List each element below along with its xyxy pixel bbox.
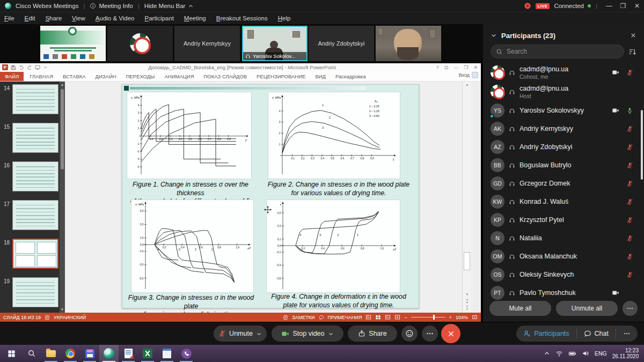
viber-button[interactable] bbox=[180, 348, 192, 359]
search-input[interactable]: Search bbox=[491, 45, 624, 58]
zoom-level[interactable]: 104% bbox=[456, 315, 468, 320]
save-app-button[interactable] bbox=[84, 348, 96, 359]
battery-icon[interactable] bbox=[568, 350, 576, 358]
webex-taskbar-button[interactable] bbox=[103, 348, 115, 359]
previous-slide-button[interactable]: ▲▲ bbox=[463, 298, 471, 304]
video-tile-cadmd-logo-card[interactable] bbox=[40, 26, 106, 61]
menu-item-edit[interactable]: Edit bbox=[25, 15, 35, 21]
unmute-all-button[interactable]: Unmute all bbox=[556, 301, 618, 316]
keyboard-language[interactable]: ENG bbox=[595, 350, 607, 357]
menu-item-breakout-sessions[interactable]: Breakout Sessions bbox=[216, 15, 268, 21]
language-indicator[interactable]: УКРАИНСКИЙ bbox=[54, 315, 86, 320]
participant-row[interactable]: KPKrzysztof Pytel bbox=[483, 211, 644, 229]
participants-toggle-button[interactable]: Participants bbox=[516, 329, 576, 338]
participant-row[interactable]: PTPavlo Tymoshchuk bbox=[483, 284, 644, 302]
ribbon-tab-3[interactable]: ВСТАВКА bbox=[58, 72, 91, 81]
collapse-panel-icon[interactable] bbox=[491, 32, 497, 39]
leave-meeting-button[interactable] bbox=[441, 324, 460, 343]
mute-all-button[interactable]: Mute all bbox=[489, 301, 551, 316]
notes-icon[interactable] bbox=[283, 315, 288, 320]
more-controls-button[interactable] bbox=[422, 326, 438, 342]
zoom-out-button[interactable]: − bbox=[404, 315, 407, 320]
video-tile-active-speaker[interactable]: Yaroslsv Sokolov... bbox=[242, 26, 308, 61]
more-participant-options-button[interactable] bbox=[623, 301, 638, 316]
save-icon[interactable] bbox=[11, 65, 16, 70]
wifi-icon[interactable] bbox=[555, 350, 563, 357]
participant-row[interactable]: YSYaroslsv Sokolovskyy bbox=[483, 101, 644, 120]
chevron-down-icon[interactable] bbox=[328, 331, 334, 337]
participant-row[interactable]: AZAndriy Zdobytskyi bbox=[483, 138, 644, 156]
participant-row[interactable]: KWKonrad J. Waluś bbox=[483, 193, 644, 211]
chat-toggle-button[interactable]: Chat bbox=[576, 329, 616, 338]
video-tile-andriy-zdobytskyi[interactable]: Andriy Zdobytskyi bbox=[309, 26, 374, 61]
excel-button[interactable] bbox=[142, 348, 153, 359]
menu-item-audio-video[interactable]: Audio & Video bbox=[96, 15, 135, 21]
participant-row[interactable]: cadmd@lpnu.uaHost bbox=[483, 82, 644, 101]
thumbnail[interactable] bbox=[12, 84, 58, 114]
unmute-button[interactable]: Unmute bbox=[214, 326, 267, 342]
ribbon-tab-8[interactable]: РЕЦЕНЗИРОВАНИЕ bbox=[252, 72, 310, 81]
participant-row[interactable]: BBBoguslaw Butrylo bbox=[483, 156, 644, 174]
scroll-down-arrow[interactable]: ▼ bbox=[463, 292, 471, 298]
sort-participants-icon[interactable] bbox=[628, 48, 636, 56]
zoom-slider[interactable] bbox=[411, 317, 445, 317]
participant-row[interactable]: OMOksana Malanchuk bbox=[483, 247, 644, 265]
sign-in-label[interactable]: Вход bbox=[459, 72, 470, 78]
participants-scrollbar[interactable] bbox=[641, 110, 643, 180]
minimize-button[interactable]: — bbox=[602, 2, 616, 10]
comments-toggle[interactable]: ПРИМЕЧАНИЯ bbox=[328, 315, 362, 320]
record-indicator-icon[interactable] bbox=[524, 2, 531, 10]
ribbon-tab-4[interactable]: ДИЗАЙН bbox=[91, 72, 121, 81]
participant-row[interactable]: AKAndriy Kernytskyy bbox=[483, 120, 644, 138]
notes-app-button[interactable] bbox=[161, 348, 173, 359]
customize-qat-icon[interactable] bbox=[43, 65, 48, 70]
video-tile-conference-logo[interactable] bbox=[107, 26, 173, 61]
zoom-slider-thumb[interactable] bbox=[433, 315, 435, 320]
start-button[interactable] bbox=[5, 348, 17, 359]
chevron-down-icon[interactable] bbox=[256, 331, 262, 337]
scrollbar-thumb[interactable] bbox=[464, 252, 470, 270]
participant-row[interactable]: OSOleksiy Sinkevych bbox=[483, 265, 644, 284]
menu-item-view[interactable]: View bbox=[72, 15, 85, 21]
document-app-button[interactable] bbox=[122, 348, 134, 359]
thumbnail[interactable] bbox=[12, 161, 58, 191]
menu-item-meeting[interactable]: Meeting bbox=[184, 15, 206, 21]
participant-row[interactable]: cadmd@lpnu.uaCohost, me bbox=[483, 63, 644, 82]
comments-icon[interactable] bbox=[319, 315, 324, 320]
slideshow-view-icon[interactable] bbox=[394, 314, 400, 320]
thumbnail-selected[interactable] bbox=[12, 239, 58, 269]
scrollbar-thumb[interactable] bbox=[61, 89, 64, 169]
participant-row[interactable]: GDGrzegorz Domek bbox=[483, 174, 644, 193]
ppt-close-button[interactable]: ✕ bbox=[473, 65, 478, 70]
ribbon-tab-9[interactable]: ВИД bbox=[310, 72, 331, 81]
normal-view-icon[interactable] bbox=[365, 314, 371, 320]
ribbon-tab-7[interactable]: ПОКАЗ СЛАЙДОВ bbox=[199, 72, 252, 81]
stop-video-button[interactable]: Stop video bbox=[272, 326, 343, 342]
thumbnail[interactable] bbox=[12, 277, 58, 307]
start-slideshow-icon[interactable] bbox=[35, 65, 40, 70]
ppt-restore-button[interactable]: ❐ bbox=[464, 65, 468, 70]
sign-in-area[interactable]: Вход bbox=[459, 72, 478, 78]
reactions-button[interactable] bbox=[401, 326, 418, 342]
thumbnail[interactable] bbox=[12, 123, 58, 153]
video-tile-portrait[interactable] bbox=[376, 26, 441, 61]
maximize-button[interactable]: ❐ bbox=[616, 2, 630, 10]
video-tile-andriy-kernytskyy[interactable]: Andriy Kernytskyy bbox=[174, 26, 240, 61]
slide-sorter-view-icon[interactable] bbox=[375, 314, 381, 320]
speaker-icon[interactable] bbox=[582, 350, 589, 357]
taskbar-clock[interactable]: 12:23 26.11.2020 bbox=[612, 348, 639, 359]
chrome-button[interactable] bbox=[64, 348, 76, 359]
redo-icon[interactable] bbox=[27, 65, 32, 70]
thumbnail-scrollbar[interactable]: ▲▼ bbox=[60, 82, 65, 313]
ribbon-tab-10[interactable]: Раскадровка bbox=[331, 72, 371, 81]
ppt-minimize-button[interactable]: — bbox=[453, 65, 458, 70]
menu-item-help[interactable]: Help bbox=[278, 15, 291, 21]
reading-view-icon[interactable] bbox=[385, 314, 391, 320]
next-slide-button[interactable]: ▼▼ bbox=[463, 305, 471, 311]
file-explorer-button[interactable] bbox=[45, 348, 57, 359]
ribbon-tab-6[interactable]: АНИМАЦИЯ bbox=[160, 72, 199, 81]
share-button[interactable]: Share bbox=[348, 326, 397, 342]
meeting-info-button[interactable]: Meeting Info bbox=[99, 3, 133, 9]
close-panel-icon[interactable] bbox=[630, 32, 636, 39]
ribbon-options-button[interactable]: ⊡ bbox=[444, 65, 449, 70]
